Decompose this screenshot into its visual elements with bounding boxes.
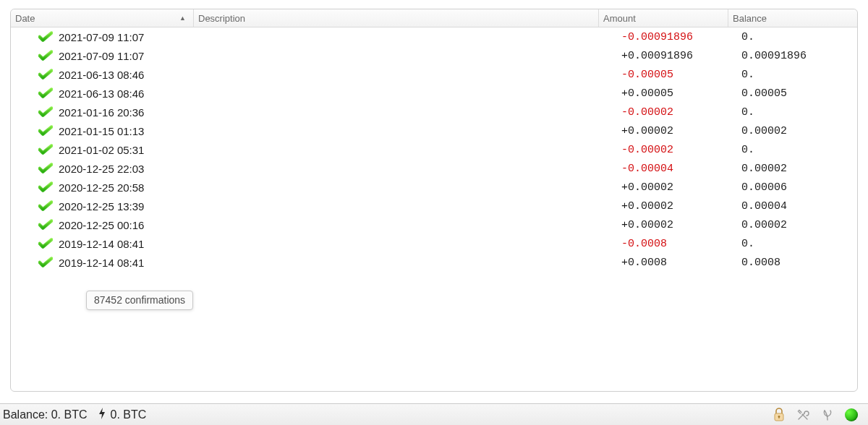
cell-date: 2021-01-02 05:31 [11,144,184,156]
cell-amount: -0.00002 [617,144,737,156]
cell-date: 2021-06-13 08:46 [11,87,184,100]
cell-balance: 0.00002 [737,219,857,231]
confirmed-checkmark-icon [38,106,53,118]
status-bar: Balance: 0. BTC 0. BTC [0,403,868,425]
cell-balance: 0.00004 [737,200,857,212]
cell-amount: -0.00091896 [617,31,737,43]
confirmed-checkmark-icon [38,200,53,212]
confirmed-checkmark-icon [38,31,53,43]
cell-amount: +0.0008 [617,257,737,269]
confirmed-checkmark-icon [38,181,53,193]
cell-date-text: 2021-06-13 08:46 [59,87,144,100]
table-row[interactable]: 2021-06-13 08:46+0.000050.00005 [11,84,857,103]
table-row[interactable]: 2020-12-25 00:16+0.000020.00002 [11,215,857,234]
seed-icon[interactable] [820,408,835,422]
confirmed-checkmark-icon [38,163,53,174]
cell-date: 2021-07-09 11:07 [11,50,184,62]
cell-date: 2020-12-25 00:16 [11,219,184,231]
cell-balance: 0.0008 [737,257,857,269]
cell-date-text: 2021-07-09 11:07 [59,31,144,43]
status-icons [773,408,868,422]
cell-date-text: 2019-12-14 08:41 [59,238,144,250]
tools-icon[interactable] [796,408,810,422]
table-row[interactable]: 2021-01-02 05:31-0.000020. [11,140,857,159]
cell-balance: 0. [737,106,857,119]
confirmed-checkmark-icon [38,219,53,231]
cell-amount: -0.0008 [617,238,737,250]
column-header-amount-label: Amount [603,13,636,24]
table-row[interactable]: 2021-07-09 11:07+0.000918960.00091896 [11,46,857,65]
cell-amount: +0.00005 [617,87,737,100]
cell-date: 2020-12-25 22:03 [11,163,184,175]
transaction-rows: 2021-07-09 11:07-0.000918960. 2021-07-09… [11,27,857,272]
cell-date-text: 2020-12-25 00:16 [59,219,144,231]
lock-icon[interactable] [773,408,786,422]
cell-amount: +0.00091896 [617,50,737,62]
lightning-icon [98,408,106,421]
cell-date-text: 2019-12-14 08:41 [59,257,144,269]
confirmed-checkmark-icon [38,257,53,268]
cell-amount: -0.00002 [617,106,737,119]
column-header-date-label: Date [15,13,35,24]
sort-ascending-icon: ▲ [179,14,189,22]
cell-balance: 0. [737,31,857,43]
cell-date-text: 2021-01-02 05:31 [59,144,144,156]
table-row[interactable]: 2020-12-25 20:58+0.000020.00006 [11,178,857,197]
confirmed-checkmark-icon [38,238,53,249]
cell-date-text: 2021-01-16 20:36 [59,106,144,119]
cell-amount: +0.00002 [617,200,737,212]
cell-balance: 0.00002 [737,125,857,137]
cell-balance: 0. [737,144,857,156]
table-row[interactable]: 2021-07-09 11:07-0.000918960. [11,27,857,46]
history-panel: Date ▲ Description Amount Balance 2021-0… [10,9,858,392]
svg-rect-2 [779,416,780,418]
column-header-amount[interactable]: Amount [599,9,728,27]
cell-date-text: 2021-06-13 08:46 [59,69,144,81]
cell-amount: +0.00002 [617,181,737,194]
cell-date: 2019-12-14 08:41 [11,257,184,269]
cell-date: 2021-01-16 20:36 [11,106,184,119]
cell-balance: 0. [737,69,857,81]
status-balance-text: Balance: 0. BTC [0,408,88,421]
cell-amount: -0.00004 [617,163,737,175]
column-header-description-label: Description [198,13,245,24]
cell-date: 2021-01-15 01:13 [11,125,184,137]
column-header-description[interactable]: Description [194,9,599,27]
cell-date: 2020-12-25 20:58 [11,181,184,194]
confirmed-checkmark-icon [38,144,53,155]
confirmed-checkmark-icon [38,50,53,61]
cell-balance: 0. [737,238,857,250]
confirmed-checkmark-icon [38,69,53,80]
cell-date-text: 2020-12-25 22:03 [59,163,144,175]
cell-amount: +0.00002 [617,219,737,231]
column-header-row: Date ▲ Description Amount Balance [11,9,857,27]
column-header-balance-label: Balance [733,13,767,24]
table-row[interactable]: 2019-12-14 08:41+0.00080.0008 [11,253,857,272]
tooltip-text: 87452 confirmations [94,294,185,306]
cell-date: 2020-12-25 13:39 [11,200,184,212]
column-header-balance[interactable]: Balance [728,9,857,27]
cell-balance: 0.00006 [737,181,857,194]
cell-balance: 0.00091896 [737,50,857,62]
cell-amount: -0.00005 [617,69,737,81]
cell-date-text: 2020-12-25 13:39 [59,200,144,212]
cell-date-text: 2021-07-09 11:07 [59,50,144,62]
table-row[interactable]: 2019-12-14 08:41-0.00080. [11,234,857,253]
cell-date-text: 2021-01-15 01:13 [59,125,144,137]
table-row[interactable]: 2021-01-15 01:13+0.000020.00002 [11,121,857,140]
confirmations-tooltip: 87452 confirmations [86,291,193,310]
column-header-date[interactable]: Date ▲ [11,9,194,27]
table-row[interactable]: 2021-06-13 08:46-0.000050. [11,65,857,84]
cell-balance: 0.00005 [737,87,857,100]
confirmed-checkmark-icon [38,87,53,99]
table-row[interactable]: 2021-01-16 20:36-0.000020. [11,103,857,121]
cell-date-text: 2020-12-25 20:58 [59,181,144,194]
confirmed-checkmark-icon [38,125,53,137]
cell-date: 2021-07-09 11:07 [11,31,184,43]
cell-amount: +0.00002 [617,125,737,137]
network-status-dot[interactable] [845,408,858,421]
table-row[interactable]: 2020-12-25 22:03-0.000040.00002 [11,159,857,178]
cell-date: 2019-12-14 08:41 [11,238,184,250]
cell-balance: 0.00002 [737,163,857,175]
table-row[interactable]: 2020-12-25 13:39+0.000020.00004 [11,197,857,215]
